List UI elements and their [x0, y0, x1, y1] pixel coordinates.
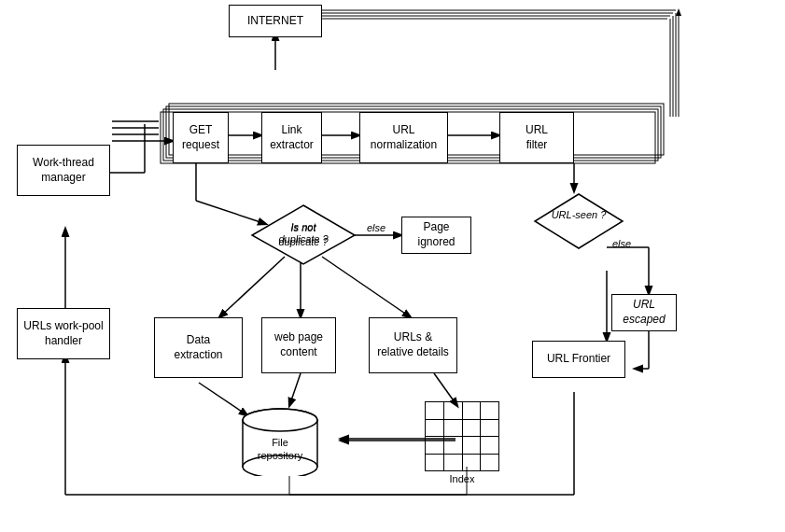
internet-box: INTERNET: [229, 5, 322, 37]
diagram: INTERNET GETrequest Linkextractor URLnor…: [0, 0, 785, 532]
svg-marker-50: [535, 194, 623, 248]
get-request-box: GETrequest: [173, 112, 229, 163]
url-frontier-box: URL Frontier: [532, 341, 625, 378]
file-repository-cylinder: File repository: [238, 401, 322, 479]
urls-relative-details-box: URLs &relative details: [369, 317, 457, 373]
work-thread-manager-box: Work-threadmanager: [17, 145, 110, 196]
svg-text:repository: repository: [258, 450, 303, 461]
url-seen-diamond: URL-seen ?: [532, 191, 625, 252]
svg-text:URL-seen ?: URL-seen ?: [552, 209, 608, 220]
page-ignored-box: Pageignored: [401, 217, 471, 254]
index-grid: Index: [425, 401, 499, 484]
is-not-duplicate-diamond: Is notduplicate ? Is not duplicate ?: [247, 201, 359, 266]
url-normalization-box: URLnormalization: [359, 112, 448, 163]
else-label-2: else: [612, 238, 631, 249]
svg-text:File: File: [272, 437, 288, 448]
data-extraction-box: Dataextraction: [154, 317, 243, 378]
url-escaped-box: URLescaped: [611, 294, 677, 331]
else-label-1: else: [367, 222, 385, 233]
web-page-content-box: web pagecontent: [261, 317, 336, 373]
url-filter-box: URLfilter: [499, 112, 574, 163]
arrows-overlay: [0, 0, 785, 532]
urls-work-pool-box: URLs work-poolhandler: [17, 308, 110, 359]
link-extractor-box: Linkextractor: [261, 112, 322, 163]
